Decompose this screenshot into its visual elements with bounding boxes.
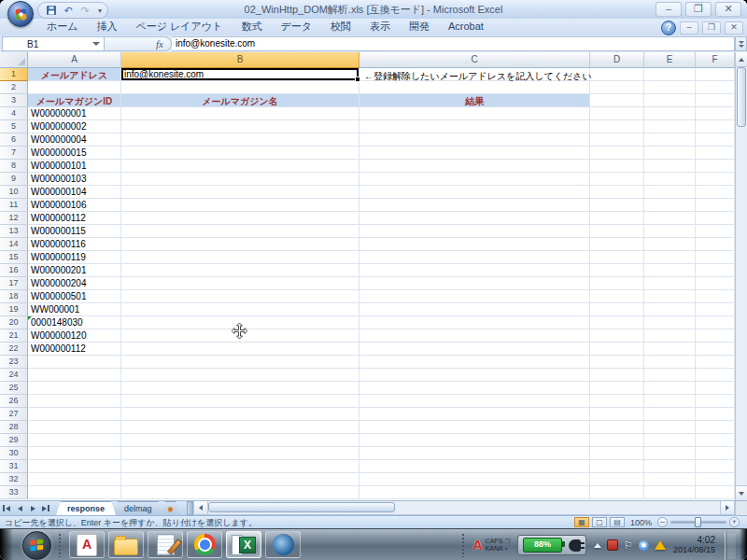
cell-C19[interactable] — [359, 303, 590, 316]
cell-C33[interactable] — [359, 486, 590, 499]
tray-app-icon[interactable] — [607, 539, 618, 551]
row-header-2[interactable]: 2 — [0, 81, 28, 94]
cell-D29[interactable] — [590, 434, 644, 447]
taskbar-excel-button[interactable]: X — [226, 531, 261, 558]
cell-F25[interactable] — [696, 382, 735, 395]
cell-C22[interactable] — [359, 343, 590, 356]
cell-D19[interactable] — [590, 303, 644, 316]
cell-E1[interactable] — [644, 68, 696, 81]
cell-D26[interactable] — [590, 395, 644, 408]
cell-C13[interactable] — [359, 225, 590, 238]
action-center-flag-icon[interactable]: ⚐ — [624, 540, 633, 550]
cell-B8[interactable] — [121, 160, 359, 173]
taskbar-explorer-button[interactable] — [108, 531, 144, 558]
vertical-scroll-thumb[interactable] — [737, 67, 746, 127]
help-icon[interactable]: ? — [661, 21, 676, 35]
cell-A16[interactable]: W000000201 — [28, 264, 121, 277]
cell-B7[interactable] — [121, 147, 359, 160]
cell-E22[interactable] — [644, 343, 696, 356]
cell-B10[interactable] — [121, 186, 359, 199]
save-button[interactable] — [44, 4, 59, 17]
cell-B25[interactable] — [121, 382, 359, 395]
undo-button[interactable]: ↶ — [61, 4, 76, 17]
cell-E15[interactable] — [644, 251, 696, 264]
ribbon-tab-6[interactable]: 表示 — [360, 19, 400, 35]
cell-F13[interactable] — [696, 225, 735, 238]
cell-D27[interactable] — [590, 408, 644, 421]
cell-F6[interactable] — [696, 133, 735, 147]
cell-E6[interactable] — [644, 133, 696, 147]
cell-D12[interactable] — [590, 212, 644, 225]
row-header-24[interactable]: 24 — [0, 369, 28, 382]
cell-C4[interactable] — [359, 107, 590, 120]
first-sheet-button[interactable] — [0, 501, 13, 515]
cell-F2[interactable] — [696, 81, 735, 94]
col-header-A[interactable]: A — [28, 52, 121, 68]
cell-B11[interactable] — [121, 199, 359, 212]
cell-D1[interactable] — [590, 68, 644, 81]
cell-E17[interactable] — [644, 277, 696, 290]
cell-C18[interactable] — [359, 290, 590, 303]
cell-D13[interactable] — [590, 225, 644, 238]
col-header-C[interactable]: C — [359, 52, 590, 68]
row-header-29[interactable]: 29 — [0, 434, 28, 447]
cell-B23[interactable] — [121, 356, 359, 369]
cell-A23[interactable] — [28, 356, 121, 369]
row-header-18[interactable]: 18 — [0, 290, 28, 303]
cell-B6[interactable] — [121, 133, 359, 147]
name-box[interactable]: B1 — [2, 36, 105, 51]
row-header-25[interactable]: 25 — [0, 382, 28, 395]
cell-B9[interactable] — [121, 173, 359, 186]
cell-B1[interactable]: info@konesite.com — [121, 68, 359, 81]
row-header-13[interactable]: 13 — [0, 225, 28, 238]
show-desktop-button[interactable] — [725, 532, 736, 560]
cell-D11[interactable] — [590, 199, 644, 212]
zoom-slider[interactable] — [670, 521, 726, 524]
col-header-B[interactable]: B — [121, 52, 359, 68]
cell-D2[interactable] — [590, 81, 644, 94]
taskbar-adobe-reader-button[interactable]: A — [69, 531, 105, 558]
cell-B3[interactable]: メールマガジン名 — [121, 94, 359, 107]
redo-button[interactable]: ↷ — [78, 4, 92, 17]
cell-A29[interactable] — [28, 434, 121, 447]
cell-D24[interactable] — [590, 369, 644, 382]
cell-F31[interactable] — [696, 460, 735, 473]
cell-D8[interactable] — [590, 160, 644, 173]
cell-A13[interactable]: W000000115 — [28, 225, 121, 238]
cell-F18[interactable] — [696, 290, 735, 303]
cell-C5[interactable] — [359, 120, 590, 133]
cell-B26[interactable] — [121, 395, 359, 408]
cell-A15[interactable]: W000000119 — [28, 251, 121, 264]
cell-C17[interactable] — [359, 277, 590, 290]
cell-E26[interactable] — [644, 395, 696, 408]
cell-F22[interactable] — [696, 343, 735, 356]
cell-C27[interactable] — [359, 408, 590, 421]
cell-A12[interactable]: W000000112 — [28, 212, 121, 225]
page-break-view-button[interactable]: ▤ — [610, 517, 625, 527]
cell-F26[interactable] — [696, 395, 735, 408]
cell-C23[interactable] — [359, 356, 590, 369]
cell-E2[interactable] — [644, 81, 696, 94]
next-sheet-button[interactable] — [26, 501, 39, 515]
row-header-7[interactable]: 7 — [0, 147, 28, 160]
cell-E24[interactable] — [644, 369, 696, 382]
cell-E28[interactable] — [644, 421, 696, 434]
cell-A19[interactable]: WW000001 — [28, 303, 121, 316]
cell-E18[interactable] — [644, 290, 696, 303]
row-header-10[interactable]: 10 — [0, 186, 28, 199]
customize-qat-button[interactable]: ▾ — [98, 7, 102, 15]
cell-D22[interactable] — [590, 343, 644, 356]
cell-B15[interactable] — [121, 251, 359, 264]
cell-F30[interactable] — [696, 447, 735, 460]
cell-C8[interactable] — [359, 160, 590, 173]
cell-E7[interactable] — [644, 147, 696, 160]
cell-A10[interactable]: W000000104 — [28, 186, 121, 199]
cell-D14[interactable] — [590, 238, 644, 251]
cell-B27[interactable] — [121, 408, 359, 421]
cell-F23[interactable] — [696, 356, 735, 369]
cell-F3[interactable] — [696, 94, 735, 107]
taskbar-chrome-button[interactable] — [187, 531, 222, 558]
tray-utility-icon[interactable]: ✱ — [639, 540, 649, 551]
row-header-26[interactable]: 26 — [0, 395, 28, 408]
cell-C11[interactable] — [359, 199, 590, 212]
